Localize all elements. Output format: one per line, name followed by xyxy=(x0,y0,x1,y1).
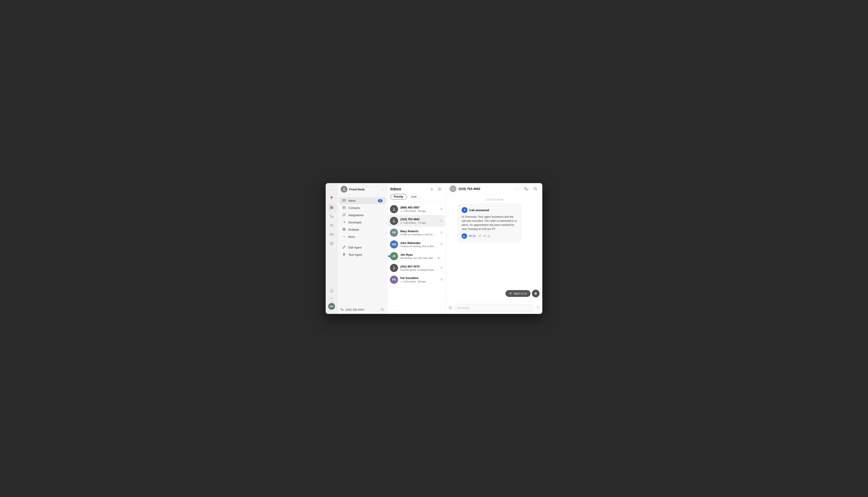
help-rail-button[interactable]: ? xyxy=(329,296,334,302)
svg-rect-49 xyxy=(464,209,465,211)
integrations-label: Integrations xyxy=(348,213,364,217)
play-button[interactable]: ▶ xyxy=(462,233,467,239)
conv-name: (888) 493-3087 xyxy=(400,206,438,209)
developer-label: Developer xyxy=(348,221,362,224)
agent-avatar xyxy=(341,186,347,193)
message-input[interactable] xyxy=(454,304,534,312)
conversation-item[interactable]: JR Jim Ryan Absolutely, we can help with… xyxy=(387,250,446,262)
more-options-button[interactable]: ··· xyxy=(514,185,521,192)
svg-rect-42 xyxy=(441,266,442,268)
svg-point-58 xyxy=(450,307,450,307)
inbox-icon xyxy=(342,199,346,203)
waveform-button[interactable] xyxy=(483,234,486,238)
conversation-item[interactable]: AW Aiko Watanabe Thanks for texting, thi… xyxy=(387,239,446,250)
chat-header-actions: ··· xyxy=(514,185,539,192)
chat-header: (315) 753-4692 ··· xyxy=(446,183,542,195)
call-summary-text: AI Summary: Your agent answered and the … xyxy=(462,215,517,231)
test-agent-icon xyxy=(342,253,346,257)
inbox-header: Inbox Priority Junk xyxy=(387,183,446,202)
sidebar-item-integrations[interactable]: Integrations xyxy=(339,212,386,219)
sidebar-item-embeds[interactable]: Embeds xyxy=(339,226,386,233)
svg-line-48 xyxy=(536,189,537,190)
audio-duration: 00:40 xyxy=(469,235,476,238)
sidebar-item-developer[interactable]: Developer xyxy=(339,219,386,226)
sidebar: Front Desk ⌄ Inbox 2 Contacts xyxy=(337,183,387,314)
sidebar-item-inbox[interactable]: Inbox 2 xyxy=(339,197,386,204)
svg-rect-18 xyxy=(344,253,345,255)
apps-rail-button[interactable]: ⊞ xyxy=(328,203,335,211)
audio-icon xyxy=(440,207,443,211)
svg-rect-1 xyxy=(330,233,333,236)
audio-player: ▶ 00:40 xyxy=(462,233,517,239)
conv-preview: Sounds great. Looking forwa... · 8d ago xyxy=(400,268,438,271)
audio-icon xyxy=(440,243,443,246)
call-button[interactable] xyxy=(523,185,530,192)
conv-body: Pat Geraldine ↙ Call ended · 9d ago xyxy=(400,276,438,283)
audio-icon xyxy=(440,278,443,282)
chevron-icon[interactable]: ⌄ xyxy=(381,188,384,191)
conv-meta xyxy=(440,207,443,211)
location-rail-button[interactable]: 📍 xyxy=(328,195,335,202)
copy-icon[interactable] xyxy=(381,308,384,312)
conv-avatar: JR xyxy=(390,252,398,260)
people-rail-button[interactable] xyxy=(328,222,335,229)
more-button[interactable]: ··· xyxy=(390,308,394,312)
call-icon-circle xyxy=(462,207,467,213)
conversation-item-active[interactable]: (315) 753-4692 ↙ Call ended · 7d ago xyxy=(388,215,445,227)
filter-button[interactable] xyxy=(428,186,434,192)
inbox-panel: Inbox Priority Junk xyxy=(387,183,446,314)
collapse-button[interactable]: ‹ xyxy=(328,185,335,193)
embeds-icon xyxy=(342,228,346,231)
card-rail-button[interactable] xyxy=(328,231,335,238)
agent-status-label: Agent is on xyxy=(513,292,527,295)
conversation-item[interactable]: (341) 667-2475 Sounds great. Looking for… xyxy=(387,262,446,274)
conv-preview: Absolutely, we can help with ... · 8d ag… xyxy=(400,257,443,259)
svg-rect-12 xyxy=(344,228,345,229)
developer-icon xyxy=(342,221,346,224)
conv-body: (341) 667-2475 Sounds great. Looking for… xyxy=(400,265,438,271)
inbox-badge: 2 xyxy=(378,199,382,202)
sidebar-item-test-agent[interactable]: Test Agent xyxy=(339,251,386,258)
settings-rail-button[interactable] xyxy=(328,240,335,247)
book-rail-button[interactable] xyxy=(328,287,335,294)
user-avatar[interactable]: NH xyxy=(328,303,335,310)
sidebar-footer: (318) 206-4544 xyxy=(337,306,387,314)
download-button[interactable] xyxy=(487,234,491,238)
icon-rail: ‹ 📍 ⊞ ? NH xyxy=(326,183,337,314)
conv-meta xyxy=(440,243,443,246)
attach-image-button[interactable] xyxy=(449,306,452,310)
conv-meta xyxy=(440,219,443,223)
priority-tab[interactable]: Priority xyxy=(390,194,407,199)
sidebar-nav: Inbox 2 Contacts Integrations Developer xyxy=(337,195,387,306)
svg-rect-14 xyxy=(344,229,345,230)
junk-tab[interactable]: Junk xyxy=(407,194,420,199)
inbox-footer: ··· xyxy=(387,306,446,314)
audio-icon xyxy=(440,231,443,235)
inbox-tabs: Priority Junk xyxy=(390,194,443,199)
send-button[interactable] xyxy=(536,306,539,310)
conversation-item[interactable]: PR Mary Roberts I'd like to schedule a v… xyxy=(387,227,446,239)
svg-rect-32 xyxy=(441,208,442,209)
agent-is-on-button[interactable]: Agent is on xyxy=(505,290,531,297)
conv-meta xyxy=(440,231,443,235)
conversation-item[interactable]: PG Pat Geraldine ↙ Call ended · 9d ago xyxy=(387,274,446,286)
conversation-item[interactable]: (888) 493-3087 ↙ Call ended · 3d ago xyxy=(387,203,446,215)
sidebar-item-contacts[interactable]: Contacts xyxy=(339,204,386,211)
conv-preview: I'd like to schedule a visit for ... · 8… xyxy=(400,233,438,236)
phone-rail-button[interactable] xyxy=(328,213,335,220)
sidebar-item-more[interactable]: More xyxy=(339,233,386,240)
svg-rect-56 xyxy=(535,293,537,294)
sidebar-item-edit-agent[interactable]: Edit Agent xyxy=(339,244,386,251)
message-timestamp: 1/16/25 8:39 AM xyxy=(450,198,539,201)
inbox-actions xyxy=(428,186,443,192)
transcript-button[interactable] xyxy=(478,234,481,238)
svg-point-3 xyxy=(331,243,332,244)
compose-button[interactable] xyxy=(436,186,443,192)
agent-name: Front Desk xyxy=(349,188,365,191)
stop-button[interactable] xyxy=(532,290,539,297)
svg-point-4 xyxy=(343,188,345,189)
search-button[interactable] xyxy=(532,185,539,192)
svg-rect-11 xyxy=(343,228,344,229)
svg-point-17 xyxy=(343,236,343,237)
conv-avatar xyxy=(390,217,398,225)
